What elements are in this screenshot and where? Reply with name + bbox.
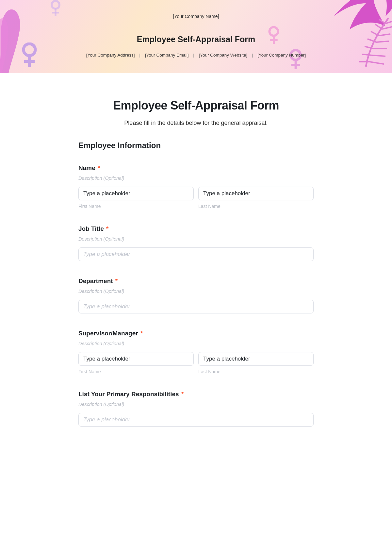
last-name-input[interactable] — [198, 187, 314, 200]
form-content: Employee Self-Appraisal Form Please fill… — [62, 73, 330, 443]
field-job-title: Job Title * Description (Optional) — [78, 225, 314, 261]
required-asterisk: * — [140, 330, 143, 337]
required-asterisk: * — [106, 225, 108, 232]
label-text: Supervisor/Manager — [78, 330, 138, 337]
section-heading-employee-info: Employee Information — [78, 141, 314, 150]
banner-website: [Your Company Website] — [199, 53, 248, 58]
supervisor-first-name-input[interactable] — [78, 352, 194, 366]
banner-email: [Your Company Email] — [145, 53, 189, 58]
label-text: Name — [78, 164, 95, 171]
banner-header: [Your Company Name] Employee Self-Apprai… — [0, 0, 392, 73]
banner-number: [Your Company Number] — [257, 53, 306, 58]
last-name-sublabel: Last Name — [198, 369, 314, 374]
separator: | — [139, 53, 140, 58]
first-name-sublabel: First Name — [78, 204, 194, 209]
job-title-input[interactable] — [78, 247, 314, 261]
label-text: Department — [78, 278, 113, 284]
field-label-supervisor: Supervisor/Manager * — [78, 330, 314, 337]
first-name-sublabel: First Name — [78, 369, 194, 374]
separator: | — [193, 53, 194, 58]
banner-address: [Your Company Address] — [86, 53, 135, 58]
field-label-job-title: Job Title * — [78, 225, 314, 232]
field-responsibilities: List Your Primary Responsibilities * Des… — [78, 391, 314, 427]
field-description[interactable]: Description (Optional) — [78, 341, 314, 346]
field-description[interactable]: Description (Optional) — [78, 236, 314, 242]
responsibilities-input[interactable] — [78, 413, 314, 427]
field-description[interactable]: Description (Optional) — [78, 289, 314, 294]
department-input[interactable] — [78, 300, 314, 313]
field-department: Department * Description (Optional) — [78, 278, 314, 313]
svg-rect-10 — [295, 59, 297, 69]
page-subtitle: Please fill in the details below for the… — [78, 120, 314, 126]
last-name-sublabel: Last Name — [198, 204, 314, 209]
field-description[interactable]: Description (Optional) — [78, 176, 314, 181]
svg-rect-2 — [24, 60, 35, 63]
banner-title: Employee Self-Appraisal Form — [0, 35, 392, 44]
page-title: Employee Self-Appraisal Form — [78, 99, 314, 112]
field-label-responsibilities: List Your Primary Responsibilities * — [78, 391, 314, 398]
field-description[interactable]: Description (Optional) — [78, 402, 314, 407]
field-name: Name * Description (Optional) First Name… — [78, 164, 314, 209]
field-label-department: Department * — [78, 278, 314, 285]
supervisor-last-name-input[interactable] — [198, 352, 314, 366]
required-asterisk: * — [98, 164, 100, 171]
label-text: List Your Primary Responsibilities — [78, 391, 179, 397]
field-label-name: Name * — [78, 164, 314, 172]
required-asterisk: * — [181, 391, 184, 397]
separator: | — [252, 53, 253, 58]
svg-rect-11 — [291, 64, 300, 66]
required-asterisk: * — [115, 278, 118, 284]
banner-meta: [Your Company Address] | [Your Company E… — [0, 53, 392, 58]
field-supervisor: Supervisor/Manager * Description (Option… — [78, 330, 314, 374]
banner-company-name: [Your Company Name] — [0, 14, 392, 19]
label-text: Job Title — [78, 225, 104, 232]
first-name-input[interactable] — [78, 187, 194, 200]
